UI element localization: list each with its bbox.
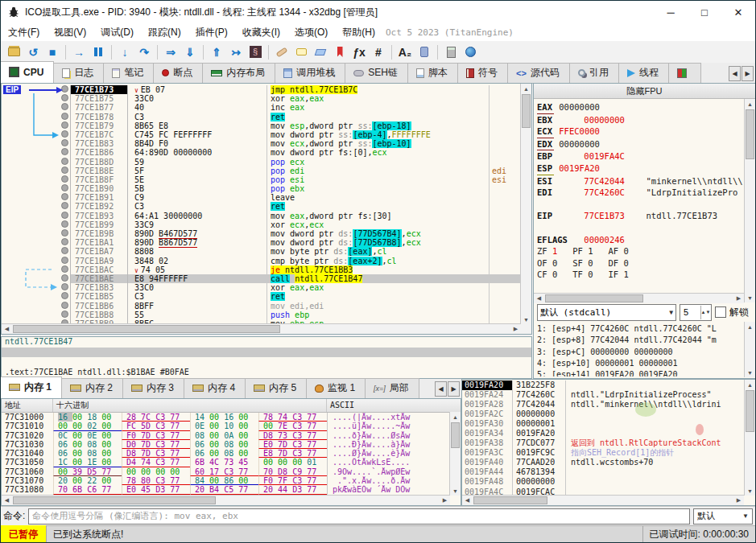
disasm-row[interactable]: 77CE1BA78808mov byte ptr ds:[eax],cl [2, 247, 521, 256]
memtab-内存 5[interactable]: 内存 5 [245, 378, 307, 398]
disasm-row[interactable]: 77CE1B7740inc eax [2, 103, 521, 112]
hash-icon[interactable]: # [370, 44, 387, 60]
argument-row[interactable]: 1: [esp+4] 77C4260C ntdll.77C4260C "L [537, 323, 744, 335]
tab-调用堆栈[interactable]: 调用堆栈 [275, 63, 345, 83]
tab-scroll-right[interactable]: ▶ [742, 66, 754, 81]
stack-vertical-scrollbar[interactable]: ▲ ▼ [744, 380, 755, 496]
scroll-down-arrow[interactable]: ▼ [450, 486, 461, 496]
dump-horizontal-scrollbar[interactable]: ◀ ▶ [2, 495, 450, 505]
scroll-left-arrow[interactable]: ◀ [462, 496, 473, 505]
maximize-button[interactable]: □ [688, 1, 721, 23]
memtab-内存 3[interactable]: 内存 3 [122, 378, 184, 398]
breakpoint-dot[interactable] [61, 302, 68, 309]
breakpoint-dot[interactable] [61, 202, 68, 209]
menu-item-v[interactable]: 视图(V) [47, 25, 93, 39]
stack-row[interactable]: 0019FA2C00000000 [462, 409, 744, 419]
scroll-up-arrow[interactable]: ▲ [521, 84, 531, 93]
scroll-left-arrow[interactable]: ◀ [2, 496, 12, 505]
disasm-row[interactable]: 77CE1BA1890D B867D577mov dword ptr ds:[7… [2, 238, 521, 247]
tab-笔记[interactable]: 笔记 [103, 63, 154, 83]
stack-row[interactable]: 0019FA4800000000 [462, 477, 744, 487]
step-into-icon[interactable]: ↓ [116, 44, 134, 60]
arg-count-stepper[interactable]: 5 ▲▼ [680, 304, 712, 321]
disasm-row[interactable]: 77CE1BA93848 02cmp byte ptr ds:[eax+2],c… [2, 257, 521, 265]
breakpoint-dot[interactable] [61, 212, 68, 219]
scroll-left-arrow[interactable]: ◀ [534, 294, 544, 303]
scroll-left-arrow[interactable]: ◀ [2, 324, 12, 334]
breakpoint-dot[interactable] [61, 311, 68, 318]
disasm-row[interactable]: 77CE1BB855push ebp [2, 311, 521, 319]
disasm-row[interactable]: 77CE1B78C3ret [2, 113, 521, 121]
breakpoint-dot[interactable] [61, 148, 68, 155]
menu-item-i[interactable]: 收藏夹(I) [235, 25, 287, 39]
scroll-down-arrow[interactable]: ▼ [745, 368, 755, 377]
menu-item-f[interactable]: 文件(F) [1, 25, 47, 39]
argument-row[interactable]: 3: [esp+C] 00000000 00000000 [537, 347, 744, 358]
execute-till-return-icon[interactable]: ⇓ [181, 44, 199, 60]
disasm-row[interactable]: 77CE1BB333C0xor eax,eax [2, 283, 521, 292]
step-out-icon[interactable]: ⇑ [208, 44, 225, 60]
disasm-row[interactable]: 77CE1B73∨EB 07jmp ntdll.77CE1B7C [2, 85, 521, 94]
step-over-icon[interactable]: ↷ [135, 44, 153, 60]
stack-horizontal-scrollbar[interactable]: ◀ ▶ [462, 495, 744, 505]
dump-row[interactable]: 77C310501C 00 1E 00D4 74 C3 776B 4C 73 4… [2, 458, 461, 467]
argument-row[interactable]: 2: [esp+8] 77C42044 ntdll.77C42044 "m [537, 335, 744, 346]
label-icon[interactable] [312, 44, 329, 60]
breakpoint-dot[interactable] [61, 130, 68, 138]
tab-CPU[interactable]: CPU [0, 61, 54, 83]
run-to-user-code-icon[interactable]: ↣ [227, 44, 245, 60]
modules-icon[interactable] [415, 44, 433, 60]
memtab-内存 4[interactable]: 内存 4 [184, 378, 246, 398]
disasm-row[interactable]: 77CE1BB68BFFmov edi,edi [2, 302, 521, 311]
pause-icon[interactable] [89, 44, 107, 60]
dump-row[interactable]: 77C3107020 00 22 0078 80 C3 7784 00 86 0… [2, 476, 461, 485]
memtab-内存 1[interactable]: 内存 1 [0, 376, 62, 398]
disasm-row[interactable]: 77CE1B8D59pop ecx [2, 158, 521, 167]
stack-row[interactable]: 0019FA3000000001 [462, 419, 744, 429]
memtab-scroll-right[interactable]: ▶ [448, 381, 460, 397]
disasm-row[interactable]: 77CE1B7533C0xor eax,eax [2, 94, 521, 103]
scroll-right-arrow[interactable]: ▶ [440, 496, 450, 505]
breakpoint-dot[interactable] [61, 247, 68, 254]
breakpoint-dot[interactable] [61, 274, 68, 282]
scroll-down-arrow[interactable]: ▼ [521, 315, 531, 324]
scroll-right-arrow[interactable]: ▶ [733, 496, 744, 505]
tab-源代码[interactable]: <>源代码 [507, 63, 570, 83]
command-input[interactable]: 命令使用逗号分隔 (像汇编语言): mov eax, ebx [28, 508, 690, 524]
disasm-vertical-scrollbar[interactable]: ▲ ▼ [520, 84, 531, 334]
minimize-button[interactable]: ─ [654, 1, 688, 23]
calling-convention-select[interactable]: 默认 (stdcall) ▼ [537, 304, 676, 321]
breakpoint-dot[interactable] [61, 139, 68, 146]
scroll-up-arrow[interactable]: ▲ [450, 412, 461, 422]
breakpoint-dot[interactable] [61, 193, 68, 200]
strings-icon[interactable]: A₂ [396, 44, 414, 60]
breakpoint-dot[interactable] [61, 184, 68, 191]
dump-row[interactable]: 77C3106000 39 D5 7700 00 00 0060 17 C3 7… [2, 467, 461, 476]
scroll-down-arrow[interactable]: ▼ [745, 293, 755, 302]
dump-row[interactable]: 77C310200C 00 0E 00F0 7D C3 7708 00 0A 0… [2, 431, 461, 440]
disasm-row[interactable]: 77CE1B9B890D B467D577mov dword ptr ds:[7… [2, 229, 521, 238]
scroll-right-arrow[interactable]: ▶ [510, 324, 521, 334]
menu-item-o[interactable]: 选项(O) [287, 25, 335, 39]
patch-icon[interactable] [273, 44, 291, 60]
memtab-内存 2[interactable]: 内存 2 [61, 378, 123, 398]
memtab-scroll-left[interactable]: ◀ [435, 381, 447, 397]
args-vertical-scrollbar[interactable]: ▲ ▼ [744, 322, 755, 377]
restart-icon[interactable]: ↺ [24, 44, 42, 60]
trace-into-icon[interactable]: ⇒ [162, 44, 180, 60]
menu-item-d[interactable]: 调试(D) [93, 25, 141, 39]
disasm-row[interactable]: 77CE1B9364:A1 30000000mov eax,dword ptr … [2, 212, 521, 220]
disasm-row[interactable]: 77CE1B798B65 E8mov esp,dword ptr ss:[ebp… [2, 121, 521, 130]
breakpoint-dot[interactable] [61, 257, 68, 264]
tab-引用[interactable]: 引用 [569, 63, 619, 83]
hide-fpu-button[interactable]: 隐藏FPU [534, 84, 755, 99]
disasm-row[interactable]: 77CE1B8E5Fpop ediedi [2, 167, 521, 175]
comment-icon[interactable] [292, 44, 310, 60]
memtab-监视 1[interactable]: 监视 1 [306, 378, 366, 398]
open-file-icon[interactable] [5, 44, 23, 60]
breakpoint-dot[interactable] [61, 167, 68, 174]
scroll-right-arrow[interactable]: ▶ [733, 294, 744, 303]
function-icon[interactable]: ƒx [350, 44, 368, 60]
disasm-horizontal-scrollbar[interactable]: ◀ ▶ [2, 323, 521, 334]
disasm-row[interactable]: 77CE1BAEE8 94FFFFFFcall ntdll.77CE1B47 [2, 274, 521, 283]
